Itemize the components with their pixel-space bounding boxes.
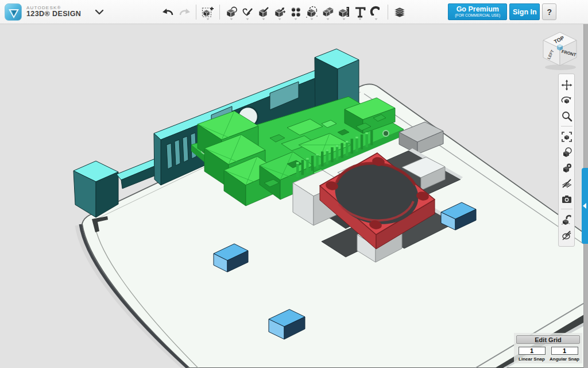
screenshot-button[interactable]	[560, 191, 574, 206]
measure-button[interactable]	[336, 3, 352, 21]
grid-settings-panel: Edit Grid Linear Snap Angular Snap	[514, 333, 582, 363]
hide-sketches-button[interactable]	[560, 228, 574, 242]
combine-button[interactable]	[320, 3, 336, 21]
main-menu-chevron[interactable]	[91, 3, 107, 21]
zoom-button[interactable]	[560, 109, 574, 123]
orbit-icon	[561, 95, 572, 106]
redo-icon	[177, 6, 191, 18]
angular-snap-label: Angular Snap	[550, 356, 579, 362]
primitives-icon	[225, 5, 238, 19]
top-toolbar: AUTODESK® 123D® DESIGN	[0, 0, 588, 24]
go-premium-sublabel: (FOR COMMERCIAL USE)	[455, 13, 500, 18]
toolbar-divider	[561, 126, 572, 126]
insert-part-button[interactable]	[200, 3, 216, 21]
linear-snap-input[interactable]	[519, 347, 546, 355]
construct-button[interactable]	[256, 3, 272, 21]
sketch-button[interactable]	[239, 3, 256, 21]
toolbar-divider	[561, 209, 572, 209]
toolbar-separator	[196, 5, 196, 20]
orbit-button[interactable]	[560, 93, 574, 108]
linear-snap-label: Linear Snap	[519, 356, 545, 362]
zoom-icon	[561, 110, 572, 122]
toolbar-separator	[388, 5, 388, 20]
collapse-left-arrow-icon	[582, 202, 587, 209]
redo-button[interactable]	[176, 3, 192, 21]
combine-icon	[321, 5, 335, 19]
view-shaded-icon	[561, 147, 572, 158]
pan-button[interactable]	[560, 78, 574, 92]
snap-button[interactable]	[368, 3, 384, 21]
123d-logo-icon	[5, 4, 22, 21]
primitives-button[interactable]	[223, 3, 239, 21]
zoom-fit-icon	[561, 131, 572, 143]
brand-product: 123D® DESIGN	[26, 10, 81, 18]
pan-icon	[561, 79, 572, 91]
undo-button[interactable]	[160, 3, 176, 21]
help-button[interactable]: ?	[542, 3, 556, 20]
view-cube[interactable]: TOP LEFT FRONT	[535, 25, 587, 72]
collapse-panel-tab[interactable]	[582, 168, 588, 244]
material-layers-icon	[392, 5, 407, 19]
material-button[interactable]	[392, 3, 408, 21]
snap-magnet-icon	[369, 5, 383, 19]
screenshot-camera-icon	[561, 193, 572, 205]
materials-icon	[561, 162, 572, 174]
construct-icon	[257, 5, 270, 19]
grouping-button[interactable]	[304, 3, 320, 21]
sign-in-label: Sign In	[513, 8, 537, 16]
toggle-grid-button[interactable]	[560, 176, 574, 190]
text-tool-button[interactable]	[352, 3, 368, 21]
modify-icon	[273, 5, 287, 19]
pattern-button[interactable]	[288, 3, 304, 21]
view-shaded-button[interactable]	[560, 145, 574, 159]
modify-button[interactable]	[272, 3, 288, 21]
edit-grid-button[interactable]: Edit Grid	[516, 335, 580, 344]
go-premium-button[interactable]: Go Premium (FOR COMMERCIAL USE)	[448, 3, 507, 20]
toolbar-separator	[219, 5, 220, 20]
sketch-icon	[241, 5, 254, 19]
help-label: ?	[547, 7, 552, 17]
app-window: AUTODESK® 123D® DESIGN	[0, 0, 588, 368]
undo-icon	[161, 6, 175, 18]
chevron-down-icon	[95, 8, 104, 16]
pattern-icon	[289, 5, 303, 19]
insert-part-icon	[201, 5, 215, 19]
zoom-fit-button[interactable]	[560, 129, 574, 144]
snap-settings-icon	[561, 214, 572, 225]
brand-text: AUTODESK® 123D® DESIGN	[26, 6, 81, 18]
grouping-icon	[305, 5, 319, 19]
measure-icon	[337, 5, 351, 19]
3d-viewport[interactable]	[0, 0, 588, 368]
materials-button[interactable]	[560, 160, 574, 175]
text-tool-icon	[353, 5, 367, 19]
navigation-toolbar	[558, 74, 575, 247]
angular-snap-input[interactable]	[551, 347, 578, 355]
snap-settings-button[interactable]	[560, 212, 574, 227]
toggle-grid-icon	[561, 178, 572, 189]
sign-in-button[interactable]: Sign In	[509, 3, 540, 20]
app-logo-123d[interactable]	[5, 3, 22, 21]
go-premium-label: Go Premium	[457, 6, 499, 13]
hide-sketches-icon	[561, 229, 572, 241]
